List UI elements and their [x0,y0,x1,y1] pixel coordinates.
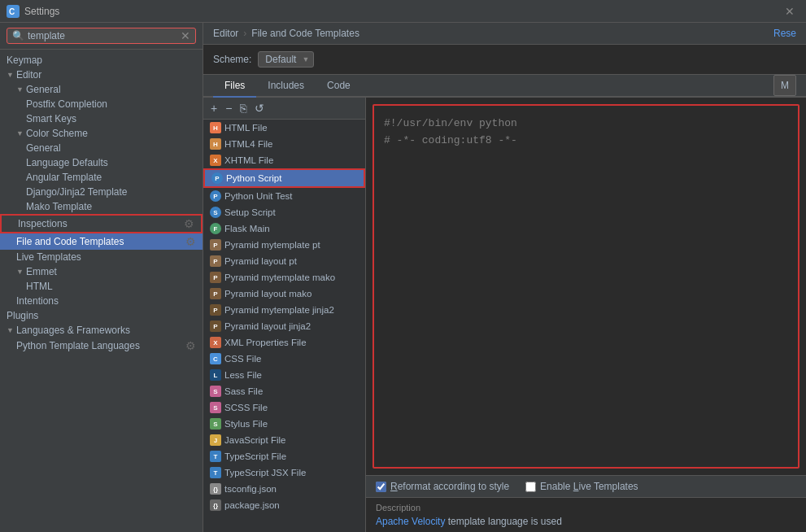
sidebar-item-editor[interactable]: ▼ Editor [0,68,203,82]
ts-icon: T [210,451,221,462]
sidebar-item-html[interactable]: HTML [0,279,203,294]
file-name: Less File [224,370,262,380]
sidebar-item-language-defaults[interactable]: Language Defaults [0,155,203,170]
reset-template-button[interactable]: ↺ [252,101,267,116]
file-name: Setup Script [224,207,276,217]
window-title: Settings [24,6,780,17]
add-template-button[interactable]: + [208,101,220,116]
tab-files[interactable]: Files [213,75,256,98]
sidebar-item-postfix[interactable]: Postfix Completion [0,97,203,111]
file-item-flask-main[interactable]: F Flask Main [203,220,365,237]
xml-icon: X [210,337,221,348]
file-name: Stylus File [224,419,268,429]
file-item-typescript[interactable]: T TypeScript File [203,448,365,464]
copy-template-button[interactable]: ⎘ [237,101,249,116]
file-item-pyramid-mytemplate-mako[interactable]: P Pyramid mytemplate mako [203,269,365,286]
close-button[interactable]: ✕ [780,3,799,20]
reformat-checkbox-item[interactable]: Reformat according to style [376,481,509,492]
sidebar-item-plugins[interactable]: Plugins [0,308,203,323]
m-button[interactable]: M [773,75,796,96]
sidebar-item-django-jinja2[interactable]: Django/Jinja2 Template [0,185,203,199]
search-input[interactable]: template [28,30,181,41]
code-line-1: #!/usr/bin/env python [384,116,788,133]
tsconfig-icon: {} [210,483,221,495]
js-icon: J [210,434,221,446]
css-icon: C [210,353,221,364]
tab-bar: Files Includes Code M [203,75,806,98]
bottom-options: Reformat according to style Enable Live … [366,475,806,497]
file-item-javascript[interactable]: J JavaScript File [203,432,365,448]
setup-icon: S [210,207,221,218]
remove-template-button[interactable]: − [223,101,234,116]
sidebar-item-color-scheme[interactable]: ▼ Color Scheme [0,126,203,141]
app-icon: C [7,5,20,18]
file-name: Pyramid mytemplate jinja2 [224,305,334,315]
tsx-icon: T [210,467,221,478]
file-item-pyramid-layout-jinja2[interactable]: P Pyramid layout jinja2 [203,318,365,334]
reformat-checkbox[interactable] [376,482,386,492]
file-item-css[interactable]: C CSS File [203,351,365,367]
file-item-xhtml[interactable]: X XHTML File [203,152,365,168]
code-area: #!/usr/bin/env python # -*- coding:utf8 … [366,98,806,532]
sidebar-item-color-general[interactable]: General [0,141,203,155]
file-item-less[interactable]: L Less File [203,367,365,383]
code-editor[interactable]: #!/usr/bin/env python # -*- coding:utf8 … [374,106,798,159]
sidebar-item-angular-template[interactable]: Angular Template [0,170,203,185]
file-item-scss[interactable]: S SCSS File [203,399,365,416]
file-name: tsconfig.json [224,484,277,494]
file-item-tsx[interactable]: T TypeScript JSX File [203,464,365,481]
sidebar-item-smart-keys[interactable]: Smart Keys [0,111,203,126]
python-test-icon: P [210,190,221,202]
file-item-html4[interactable]: H HTML4 File [203,136,365,152]
file-name: Pyramid layout mako [224,289,312,299]
sidebar-item-general[interactable]: ▼ General [0,82,203,97]
code-line-2: # -*- coding:utf8 -*- [384,133,788,150]
sidebar-item-keymap[interactable]: Keymap [0,53,203,68]
file-item-html[interactable]: H HTML File [203,120,365,136]
description-link[interactable]: Apache Velocity [376,516,445,527]
file-item-python-script[interactable]: P Python Script [203,168,365,188]
file-item-pyramid-mytemplate-pt[interactable]: P Pyramid mytemplate pt [203,237,365,253]
sidebar-item-inspections[interactable]: Inspections ⚙ [0,214,203,233]
sidebar-item-mako-template[interactable]: Mako Template [0,199,203,214]
arrow-icon: ▼ [7,71,14,79]
live-templates-label: Enable Live Templates [540,481,638,492]
file-item-xml-properties[interactable]: X XML Properties File [203,334,365,351]
file-item-tsconfig[interactable]: {} tsconfig.json [203,481,365,497]
sidebar-item-python-template-lang[interactable]: Python Template Languages ⚙ [0,338,203,354]
settings-icon: ⚙ [185,339,196,352]
sidebar-item-languages[interactable]: ▼ Languages & Frameworks [0,323,203,338]
live-templates-checkbox-item[interactable]: Enable Live Templates [525,481,638,492]
sidebar-item-emmet[interactable]: ▼ Emmet [0,264,203,279]
file-item-python-unit-test[interactable]: P Python Unit Test [203,188,365,204]
tab-includes[interactable]: Includes [256,75,316,98]
sidebar-item-intentions[interactable]: Intentions [0,294,203,308]
file-name: HTML4 File [224,139,272,149]
file-item-package[interactable]: {} package.json [203,497,365,513]
file-item-pyramid-layout-mako[interactable]: P Pyramid layout mako [203,286,365,302]
settings-icon: ⚙ [184,217,194,230]
search-clear-button[interactable]: ✕ [181,30,190,41]
sidebar-item-live-templates[interactable]: Live Templates [0,250,203,264]
file-item-pyramid-layout-pt[interactable]: P Pyramid layout pt [203,253,365,269]
file-item-stylus[interactable]: S Stylus File [203,416,365,432]
live-templates-checkbox[interactable] [525,482,536,492]
scheme-select[interactable]: Default [258,51,314,68]
file-item-setup-script[interactable]: S Setup Script [203,204,365,220]
file-item-pyramid-mytemplate-jinja2[interactable]: P Pyramid mytemplate jinja2 [203,302,365,318]
breadcrumb-current: File and Code Templates [251,28,359,39]
reset-link[interactable]: Rese [773,28,796,39]
html4-icon: H [210,138,221,150]
file-name: TypeScript File [224,451,286,461]
file-item-sass[interactable]: S Sass File [203,383,365,399]
file-list-toolbar: + − ⎘ ↺ [203,98,365,120]
description-area: Description Apache Velocity template lan… [366,497,806,532]
breadcrumb: Editor › File and Code Templates [213,28,359,39]
description-text: Apache Velocity template language is use… [376,516,796,527]
sidebar-item-file-code-templates[interactable]: File and Code Templates ⚙ [0,233,203,250]
scss-icon: S [210,402,221,413]
sidebar-tree: Keymap ▼ Editor ▼ General Postfix Comple… [0,50,203,357]
tab-code[interactable]: Code [316,75,362,98]
main-container: 🔍 template ✕ Keymap ▼ Editor ▼ General P… [0,23,806,532]
file-name: Pyramid mytemplate pt [224,240,320,250]
